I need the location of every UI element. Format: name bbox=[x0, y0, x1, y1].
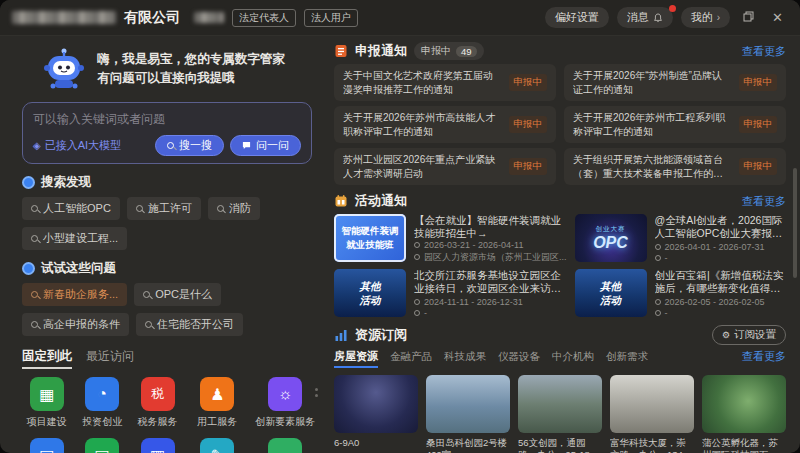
chart-icon bbox=[334, 328, 348, 342]
left-scroll-indicator[interactable] bbox=[315, 388, 318, 397]
app-item-rd-share[interactable]: ✎研发资源共享 bbox=[186, 438, 248, 453]
declare-count-badge: 49 bbox=[456, 46, 477, 57]
activity-title: @全球AI创业者，2026国际人工智能OPC创业大赛报名通道开启 bbox=[655, 214, 786, 240]
right-scrollbar[interactable] bbox=[793, 168, 797, 278]
app-item-innovation[interactable]: ☼创新要素服务 bbox=[250, 377, 320, 429]
discover-chip[interactable]: 消防 bbox=[208, 197, 260, 220]
activity-location: - bbox=[414, 308, 567, 318]
tab-pinned[interactable]: 固定到此 bbox=[22, 348, 72, 369]
my-menu-button[interactable]: 我的 › bbox=[681, 7, 730, 28]
resources-section-title: 资源订阅 bbox=[355, 326, 407, 344]
resource-card[interactable]: 桑田岛科创园2号楼409室 bbox=[426, 375, 510, 453]
declare-status-pill[interactable]: 申报中 49 bbox=[414, 42, 484, 60]
resource-card[interactable]: 富华科技大厦，崇文路，办公，1340㎡ bbox=[610, 375, 694, 453]
tab-recent[interactable]: 最近访问 bbox=[86, 348, 134, 365]
search-icon bbox=[31, 291, 38, 298]
resource-photo bbox=[518, 375, 602, 433]
activities-more-link[interactable]: 查看更多 bbox=[742, 194, 786, 209]
question-chip[interactable]: 高企申报的条件 bbox=[22, 313, 129, 336]
activity-card[interactable]: 其他活动 创业百宝箱|《新增值税法实施后，有哪些新变化值得关注》 2026-02… bbox=[575, 269, 786, 318]
titlebar: 有限公司 法定代表人 法人用户 偏好设置 消息 我的 › ✕ bbox=[0, 0, 800, 36]
notice-card[interactable]: 关于组织开展第六批能源领域首台（套）重大技术装备申报工作的通知申报中 bbox=[564, 148, 786, 185]
app-window: 有限公司 法定代表人 法人用户 偏好设置 消息 我的 › ✕ bbox=[0, 0, 800, 453]
assistant-panel: 嗨，我是易宝，您的专属数字管家 有问题可以直接向我提哦 可以输入关键词或者问题 … bbox=[0, 36, 322, 453]
app-item-invest[interactable]: ◔投资创业 bbox=[75, 377, 128, 429]
app-item-affairs[interactable]: ▣办事服务 bbox=[75, 438, 128, 453]
activity-location: - bbox=[655, 253, 786, 263]
notice-title: 苏州工业园区2026年重点产业紧缺人才需求调研启动 bbox=[343, 153, 502, 179]
questions-icon bbox=[22, 262, 35, 275]
tab-innovation-needs[interactable]: 创新需求 bbox=[606, 350, 648, 364]
tab-housing[interactable]: 房屋资源 bbox=[334, 349, 378, 368]
legal-user-badge: 法人用户 bbox=[304, 9, 358, 27]
app-item-employment[interactable]: ♟用工服务 bbox=[186, 377, 248, 429]
tab-tech-achievements[interactable]: 科技成果 bbox=[444, 350, 486, 364]
close-window-icon[interactable]: ✕ bbox=[767, 10, 788, 25]
ai-model-note: ◈ 已接入AI大模型 bbox=[33, 138, 121, 153]
activity-info: 创业百宝箱|《新增值税法实施后，有哪些新变化值得关注》 2026-02-05 -… bbox=[655, 269, 786, 318]
headquarters-icon: ▥ bbox=[141, 438, 175, 453]
tab-intermediaries[interactable]: 中介机构 bbox=[552, 350, 594, 364]
notification-dot bbox=[669, 5, 676, 12]
resource-card[interactable]: 56文创园，通园路，办公，95-1800㎡ bbox=[518, 375, 602, 453]
clock-icon bbox=[655, 299, 661, 305]
activity-info: @全球AI创业者，2026国际人工智能OPC创业大赛报名通道开启 2026-04… bbox=[655, 214, 786, 263]
resource-label: 蒲公英孵化器，苏州国际科技园五期，... bbox=[702, 437, 786, 453]
notice-status-badge: 申报中 bbox=[509, 158, 548, 175]
search-box-footer: ◈ 已接入AI大模型 搜一搜 问一问 bbox=[33, 135, 301, 156]
project-construction-icon: ▦ bbox=[30, 377, 64, 411]
question-chip-highlighted[interactable]: 新春助企服务... bbox=[22, 283, 127, 306]
declare-more-link[interactable]: 查看更多 bbox=[742, 44, 786, 59]
messages-button[interactable]: 消息 bbox=[617, 7, 673, 28]
rd-share-icon: ✎ bbox=[200, 438, 234, 453]
resource-card[interactable]: 蒲公英孵化器，苏州国际科技园五期，... bbox=[702, 375, 786, 453]
app-item-headquarters[interactable]: ▥总部企业 bbox=[131, 438, 184, 453]
resource-photo bbox=[426, 375, 510, 433]
activity-card[interactable]: 创业大赛 OPC @全球AI创业者，2026国际人工智能OPC创业大赛报名通道开… bbox=[575, 214, 786, 263]
activity-card[interactable]: 其他活动 北交所江苏服务基地设立园区企业接待日，欢迎园区企业来访来询！ 2024… bbox=[334, 269, 567, 318]
resources-more-link[interactable]: 查看更多 bbox=[742, 349, 786, 364]
search-button[interactable]: 搜一搜 bbox=[155, 135, 224, 156]
preferences-button[interactable]: 偏好设置 bbox=[545, 7, 609, 28]
notice-card[interactable]: 关于中国文化艺术政府奖第五届动漫奖申报推荐工作的通知申报中 bbox=[334, 64, 556, 101]
notice-card[interactable]: 苏州工业园区2026年重点产业紧缺人才需求调研启动申报中 bbox=[334, 148, 556, 185]
activity-location: - bbox=[655, 308, 786, 318]
document-icon bbox=[334, 44, 348, 58]
subscription-settings-button[interactable]: ⚙ 订阅设置 bbox=[712, 325, 786, 345]
declare-grid: 关于中国文化艺术政府奖第五届动漫奖申报推荐工作的通知申报中 关于开展2026年“… bbox=[334, 64, 786, 185]
question-chip[interactable]: OPC是什么 bbox=[134, 283, 221, 306]
location-icon bbox=[655, 310, 661, 316]
activity-card[interactable]: 智能硬件装调 就业技能班 【会在就业】智能硬件装调就业技能班招生中→ 2026-… bbox=[334, 214, 567, 263]
discover-chip[interactable]: 人工智能OPC bbox=[22, 197, 120, 220]
resource-card[interactable]: 6-9A0 bbox=[334, 375, 418, 453]
activity-location: 园区人力资源市场（苏州工业园区... bbox=[414, 251, 567, 263]
discover-chip[interactable]: 小型建设工程... bbox=[22, 227, 127, 250]
assistant-search-box[interactable]: 可以输入关键词或者问题 ◈ 已接入AI大模型 搜一搜 问一问 bbox=[22, 102, 312, 164]
company-name-redacted bbox=[12, 11, 116, 24]
activity-info: 北交所江苏服务基地设立园区企业接待日，欢迎园区企业来访来询！ 2024-11-1… bbox=[414, 269, 567, 318]
app-item-tax[interactable]: 税税务服务 bbox=[131, 377, 184, 429]
tab-instruments[interactable]: 仪器设备 bbox=[498, 350, 540, 364]
ask-button[interactable]: 问一问 bbox=[230, 135, 301, 156]
notice-title: 关于组织开展第六批能源领域首台（套）重大技术装备申报工作的通知 bbox=[573, 153, 732, 179]
idream-icon: iDream bbox=[268, 438, 302, 453]
restore-window-icon[interactable] bbox=[738, 10, 759, 25]
notice-status-badge: 申报中 bbox=[739, 74, 778, 91]
questions-section-header: 试试这些问题 bbox=[22, 260, 314, 277]
app-item-project[interactable]: ▦项目建设 bbox=[20, 377, 73, 429]
app-item-idream[interactable]: iDream"iDream"圆梦... bbox=[250, 438, 320, 453]
tab-finance[interactable]: 金融产品 bbox=[390, 350, 432, 364]
question-chip[interactable]: 住宅能否开公司 bbox=[136, 313, 243, 336]
app-item-carrier[interactable]: ▤载体资源 bbox=[20, 438, 73, 453]
investment-icon: ◔ bbox=[85, 377, 119, 411]
discover-chip[interactable]: 施工许可 bbox=[127, 197, 201, 220]
notice-card[interactable]: 关于开展2026年苏州市工程系列职称评审工作的通知申报中 bbox=[564, 106, 786, 143]
search-input[interactable]: 可以输入关键词或者问题 bbox=[33, 111, 301, 128]
employment-icon: ♟ bbox=[200, 377, 234, 411]
notice-card[interactable]: 关于开展2026年苏州市高技能人才职称评审工作的通知申报中 bbox=[334, 106, 556, 143]
app-tabs: 固定到此 最近访问 bbox=[22, 348, 314, 369]
notice-title: 关于开展2026年苏州市高技能人才职称评审工作的通知 bbox=[343, 111, 502, 137]
activity-thumbnail: 智能硬件装调 就业技能班 bbox=[334, 214, 406, 262]
notice-card[interactable]: 关于开展2026年“苏州制造”品牌认证工作的通知申报中 bbox=[564, 64, 786, 101]
bell-icon bbox=[653, 13, 663, 23]
